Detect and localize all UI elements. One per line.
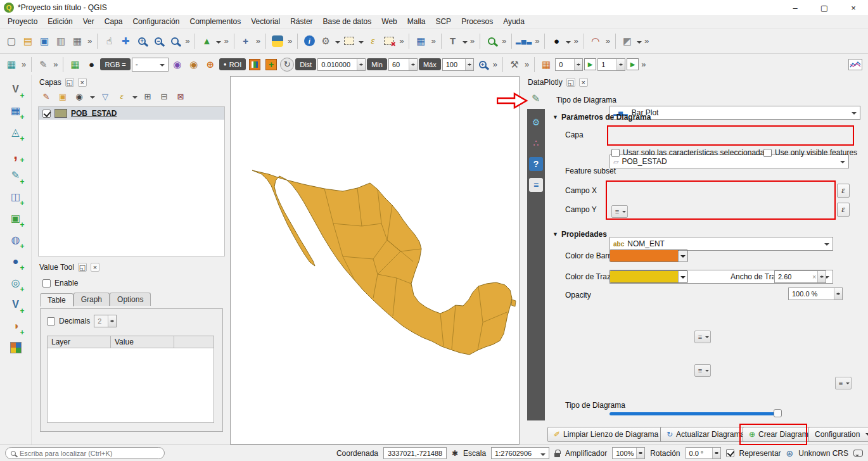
toolbar-overflow-icon[interactable]: » [533,36,540,46]
spinner-arrows-icon[interactable] [636,448,644,458]
toolbar-overflow-icon[interactable]: » [523,60,530,69]
layer-name[interactable]: POB_ESTAD [71,109,117,118]
stroke-width-override-button[interactable]: ≡ [835,377,852,389]
spinner-arrows-icon[interactable] [574,59,582,70]
magnifier-spinner[interactable]: 100% [612,447,645,459]
add-geopackage-layer-icon[interactable]: ▣+ [6,209,25,227]
add-group-icon[interactable]: ▣ [56,90,69,103]
layer-item-pob-estad[interactable]: POB_ESTAD [39,107,224,120]
roi-toggle-button[interactable]: ●ROI [219,58,246,70]
campo-y-expression-button[interactable]: ε [837,203,850,217]
layer-styling-icon[interactable]: ✎ [40,90,53,103]
scp-zoom-icon[interactable]: + [475,57,490,72]
opacity-slider[interactable] [610,408,782,419]
scp-tools-icon[interactable]: ⚒ [507,57,522,72]
decimals-spinner[interactable]: 2 [94,315,117,327]
crs-label[interactable]: Unknown CRS [798,449,848,458]
add-raster-layer-icon[interactable]: ▦+ [6,101,25,120]
create-plot-button[interactable]: ⊕ Crear Diagrama [743,427,819,442]
band-a-spinner[interactable]: 0 [555,58,583,71]
messages-icon[interactable] [853,450,863,457]
menu-base-de-datos[interactable]: Base de datos [318,16,377,27]
dropdown-arrow-icon[interactable] [216,41,221,46]
spinner-arrows-icon[interactable] [616,59,625,70]
classification-preview-icon[interactable] [247,57,262,72]
props-section-header[interactable]: ▼ Propiedades [552,230,607,239]
dropdown-arrow-icon[interactable] [566,41,571,46]
color-dropdown-icon[interactable] [678,271,687,282]
dropdown-arrow-icon[interactable] [463,41,468,46]
deselect-features-icon[interactable] [381,34,397,49]
dropdown-arrow-icon[interactable] [335,41,340,46]
configuration-button[interactable]: Configuration [808,427,868,442]
spinner-arrows-icon[interactable] [108,315,116,327]
spinner-arrows-icon[interactable] [409,59,417,70]
toolbar-overflow-icon[interactable]: » [572,36,579,46]
toolbar-overflow-icon[interactable]: » [492,60,499,69]
add-vector-tile-layer-icon[interactable]: ◫+ [6,187,25,206]
new-print-layout-icon[interactable]: ▥ [53,34,68,49]
toolbar-overflow-icon[interactable]: » [222,36,229,46]
decimals-value[interactable]: 2 [94,317,108,325]
toolbar-overflow-icon[interactable]: » [52,60,59,69]
open-attribute-table-icon[interactable]: ▦ [413,34,428,49]
spinner-arrows-icon[interactable] [465,59,473,70]
slider-handle[interactable] [774,409,782,417]
rotation-value[interactable]: 0.0 ° [686,450,712,457]
dropdown-arrow-icon[interactable] [90,96,95,101]
menu-ver[interactable]: Ver [78,16,99,27]
dist-value[interactable]: 0.010000 [318,61,357,68]
save-project-icon[interactable]: ▣ [37,34,52,49]
campo-x-combo[interactable]: abc NOM_ENT [610,237,833,251]
add-gpx-layer-icon[interactable]: ✎+ [6,166,25,184]
opacity-spinner[interactable]: 100.0 % [788,287,843,300]
open-project-icon[interactable]: ▤ [20,34,35,49]
zoom-out-icon[interactable]: − [151,34,166,49]
toolbar-overflow-icon[interactable]: » [430,36,437,46]
rgb-band-combo[interactable]: - [132,58,169,72]
scp-band-set-icon[interactable]: ▦ [67,57,82,72]
zoom-in-icon[interactable]: + [134,34,150,49]
dropdown-arrow-icon[interactable] [637,41,642,46]
cumulative-stretch-icon[interactable]: ◉ [170,57,185,72]
dataplotly-toggle-icon[interactable] [848,57,863,72]
menu-web[interactable]: Web [376,16,402,27]
min-value[interactable]: 60 [389,61,409,68]
toolbar-overflow-icon[interactable]: » [184,36,191,46]
osm-place-search-icon[interactable] [484,34,499,49]
render-checkbox[interactable] [726,449,734,457]
clear-canvas-button[interactable]: ✐ Limpiar Lienzo de Diagrama [547,427,665,442]
dist-spinner[interactable]: 0.010000 [317,58,366,71]
slider-track[interactable] [610,412,782,415]
zoom-to-roi-icon[interactable]: ⊕ [203,57,218,72]
menu-capa[interactable]: Capa [99,16,128,27]
min-spinner[interactable]: 60 [388,58,418,71]
crs-globe-icon[interactable]: ⊛ [786,448,794,458]
toolbar-overflow-icon[interactable]: » [255,36,262,46]
add-postgis-layer-icon[interactable]: ●+ [6,252,25,270]
menu-proyecto[interactable]: Proyecto [3,16,42,27]
decimals-checkbox[interactable] [47,317,55,325]
menu-edicion[interactable]: Edición [42,16,77,27]
label-tools-icon[interactable]: T [445,34,461,49]
band-b-value[interactable]: 1 [598,61,616,68]
stroke-color-override-button[interactable]: ≡ [694,364,711,377]
remove-layer-icon[interactable]: ⊠ [174,90,187,103]
params-section-header[interactable]: ▼ Parámetros de Diagrama [552,113,651,122]
add-mesh-layer-icon[interactable]: ◬+ [6,123,25,141]
scale-combo[interactable]: 1:27602906 [491,447,549,459]
filter-by-expression-icon[interactable]: ε [115,90,128,103]
raster-transparency-icon[interactable]: ▦ [539,57,554,72]
stroke-width-spinner[interactable]: 2.60 × [774,270,826,283]
enable-checkbox[interactable] [42,279,51,287]
clear-value-icon[interactable]: × [812,274,817,281]
menu-malla[interactable]: Malla [402,16,431,27]
locator-input[interactable] [20,450,159,457]
float-panel-button[interactable]: ◱ [78,263,87,272]
menu-vectorial[interactable]: Vectorial [246,16,285,27]
bar-color-button[interactable] [610,249,688,262]
histogram-tool-icon[interactable]: ▂▅▃ [516,34,532,49]
selected-features-checkbox[interactable] [611,149,620,157]
toolbar-overflow-icon[interactable]: » [469,36,476,46]
close-panel-button[interactable]: × [579,78,588,87]
